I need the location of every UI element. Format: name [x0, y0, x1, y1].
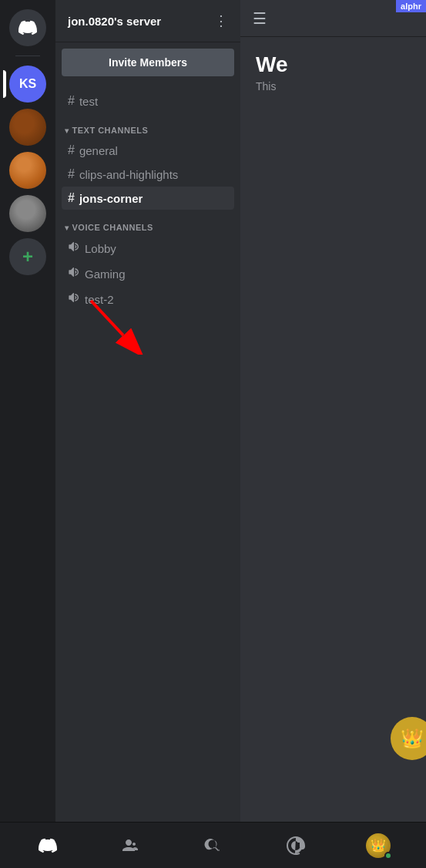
section-label-voice: VOICE CHANNELS: [72, 223, 153, 232]
ks-server-icon[interactable]: KS: [9, 66, 46, 103]
channel-item-test[interactable]: # test: [62, 89, 234, 113]
server-rail-item-ks[interactable]: KS: [9, 66, 46, 103]
server-header[interactable]: jon.0820's server ⋮: [55, 0, 240, 42]
server-rail-item-home[interactable]: [9, 9, 46, 46]
invite-members-button[interactable]: Invite Members: [62, 49, 234, 76]
channel-name-clips: clips-and-highlights: [79, 168, 178, 181]
channel-item-gaming[interactable]: Gaming: [62, 261, 234, 286]
home-icon[interactable]: [9, 9, 46, 46]
ks-initials: KS: [19, 77, 36, 91]
server-menu-icon[interactable]: ⋮: [214, 12, 228, 29]
channel-sidebar: jon.0820's server ⋮ Invite Members # tes…: [55, 0, 240, 822]
bottom-nav-discord[interactable]: [29, 827, 66, 864]
chevron-down-icon-text: ▾: [65, 126, 69, 135]
bottom-nav: 👑: [0, 822, 426, 868]
voice-icon-gaming: [68, 266, 80, 281]
welcome-subtitle: This: [256, 80, 411, 93]
server-rail-item-add[interactable]: +: [9, 238, 46, 275]
bottom-nav-friends[interactable]: [112, 827, 149, 864]
server-rail-item-cat[interactable]: [9, 152, 46, 189]
bottom-nav-search[interactable]: [194, 827, 231, 864]
welcome-title: We: [256, 52, 411, 77]
voice-icon-test2: [68, 291, 80, 307]
channel-name-test: test: [79, 95, 98, 108]
hash-icon-general: #: [68, 143, 75, 157]
channel-item-test2[interactable]: test-2: [62, 287, 234, 311]
watermark-label: alphr: [396, 0, 426, 12]
active-indicator: [3, 70, 6, 98]
server-rail-item-dachshund[interactable]: [9, 109, 46, 146]
channel-name-test2: test-2: [85, 293, 114, 306]
server-rail: KS +: [0, 0, 55, 822]
channel-item-lobby[interactable]: Lobby: [62, 236, 234, 261]
dachshund-server-icon[interactable]: [9, 109, 46, 146]
channel-list: # test ▾ TEXT CHANNELS # general # clips…: [55, 82, 240, 822]
channel-item-general[interactable]: # general: [62, 139, 234, 162]
right-content-panel: ☰ We This 👑: [240, 0, 426, 822]
bottom-nav-mentions[interactable]: [277, 827, 314, 864]
channel-name-lobby: Lobby: [85, 242, 116, 255]
right-body: We This: [240, 37, 426, 822]
bottom-nav-profile[interactable]: 👑: [360, 827, 397, 864]
section-label-text: TEXT CHANNELS: [72, 126, 149, 135]
channel-item-clips[interactable]: # clips-and-highlights: [62, 163, 234, 186]
cat-server-icon[interactable]: [9, 152, 46, 189]
hamburger-icon[interactable]: ☰: [253, 9, 267, 28]
channel-name-gaming: Gaming: [85, 267, 126, 281]
section-header-voice[interactable]: ▾ VOICE CHANNELS: [62, 210, 234, 235]
voice-icon-lobby: [68, 241, 80, 256]
add-server-icon[interactable]: +: [9, 238, 46, 275]
channel-item-jons-corner[interactable]: # jons-corner: [62, 187, 234, 210]
channel-name-general: general: [79, 144, 118, 157]
chevron-down-icon-voice: ▾: [65, 224, 69, 232]
server-name: jon.0820's server: [68, 15, 161, 28]
server-rail-item-dog2[interactable]: [9, 195, 46, 232]
hash-icon-clips: #: [68, 167, 75, 181]
dog2-server-icon[interactable]: [9, 195, 46, 232]
channel-name-jons-corner: jons-corner: [79, 192, 143, 205]
hash-icon-jons-corner: #: [68, 191, 75, 205]
section-header-text[interactable]: ▾ TEXT CHANNELS: [62, 113, 234, 138]
hash-icon-test: #: [68, 94, 75, 108]
